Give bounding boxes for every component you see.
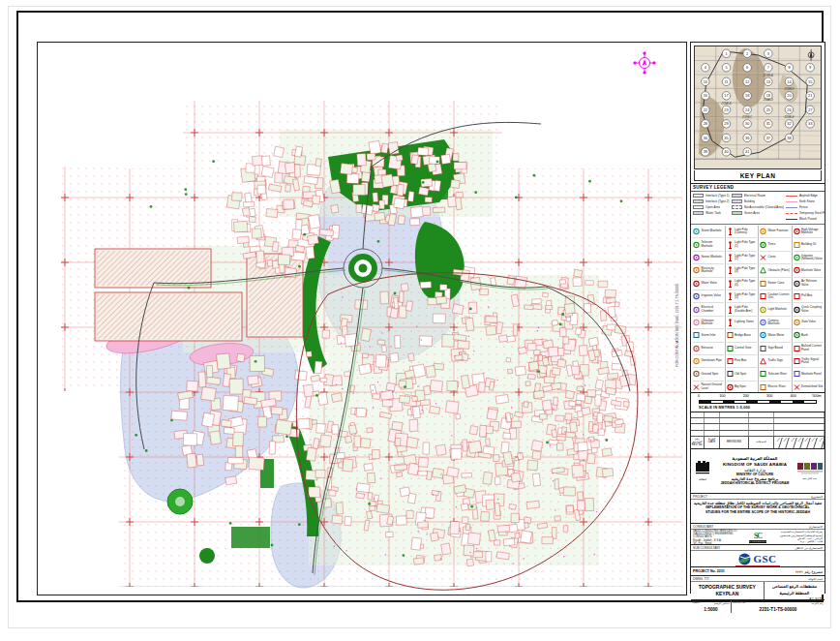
legend-symbol-item: Light Pole Type (1): [727, 238, 758, 251]
legend-symbol-label: Old Spot: [735, 373, 746, 376]
legend-symbol-icon: [693, 345, 700, 352]
scale-hdr-ar: مقياس الرسم: [714, 601, 730, 605]
revisions-label: REVISIONS: [727, 440, 741, 443]
legend-symbol-item: Light Pole Type (2): [727, 252, 758, 264]
legend-symbol-item: Ventilation Pipe: [693, 355, 724, 368]
legend-symbol-label: Cross: [768, 256, 776, 259]
legend-item: Block Paved: [786, 216, 825, 222]
legend-symbol-icon: [727, 228, 734, 235]
scalebar-segment: [746, 401, 758, 403]
svg-text:29: 29: [724, 121, 728, 126]
scalebar-segment: [804, 401, 816, 403]
scalebar-segment: [793, 401, 804, 403]
legend-symbol-item: Water Valve: [693, 278, 724, 290]
keyplan-title: KEY PLAN: [694, 170, 822, 181]
consultant-hdr-en: CONSULTANT: [693, 525, 713, 529]
legend-symbol-item: Post Box: [727, 355, 758, 368]
keyplan-section: 1234567891011121314151617181920212223242…: [691, 43, 825, 184]
scalebar-tick-label: 400: [790, 394, 795, 398]
legend-symbol-icon: [727, 241, 734, 249]
legend-symbol-icon: [760, 345, 766, 352]
legend-symbol-item: Storm Inlet: [693, 329, 724, 342]
keyplan-zone-label: ZONE-E: [783, 115, 794, 119]
legend-symbol-label: Traffic Sign: [768, 359, 783, 362]
legend-symbol-label: High Voltage Manhole: [801, 229, 824, 235]
legend-symbol-icon: [693, 319, 700, 326]
legend-symbol-icon: [727, 383, 734, 391]
legend-symbol-item: Trees: [760, 238, 791, 251]
scalebar-segment: [781, 401, 793, 403]
legend-symbol-item: Natural Ground Level: [693, 382, 724, 393]
saudconsult-logo-text: SC: [754, 532, 762, 540]
keyplan-zone-label: ZONE-F: [784, 87, 795, 91]
scalebar-tick-label: 300: [766, 394, 772, 398]
legend-symbol-icon: [760, 266, 766, 274]
scalebar-segment: [723, 401, 735, 403]
country-en: KINGDOM OF SAUDI ARABIA: [714, 462, 795, 468]
legend-symbol-icon: [794, 254, 800, 261]
legend-symbol-item: Traffic Sign: [760, 355, 791, 368]
legend-swatch: [732, 211, 742, 215]
legend-symbol-icon: [794, 319, 800, 326]
svg-text:9: 9: [809, 65, 811, 70]
legend-symbol-icon: [693, 254, 700, 261]
legend-symbol-column: Water FountainTreesCrossObstacle (Plant)…: [758, 226, 791, 393]
legend-symbol-icon: [727, 254, 734, 261]
legend-symbol-label: Light Pole Type (1): [735, 241, 757, 248]
gsc-globe-icon: [738, 553, 751, 565]
legend-symbol-icon: [760, 280, 766, 288]
legend-symbol-item: Manhole Panel: [794, 368, 825, 381]
keyplan-map: 1234567891011121314151617181920212223242…: [694, 46, 822, 169]
continuation-note: FOR CONTINUATION SEE DWG. 2231-T1-TS-000…: [675, 284, 679, 367]
legend-symbol-label: Irrigation (Network) Valve: [801, 255, 824, 261]
legend-item-label: Interlock (Type 2): [705, 199, 730, 203]
consultant-section: CONSULTANTالاستشاري SAUDI CONSULTING SER…: [691, 524, 825, 545]
legend-symbol-label: Light Pole (Camera): [735, 229, 757, 235]
project-no-en: PROJECT No. 2231: [693, 569, 725, 573]
legend-symbol-item: Water Meter: [760, 329, 791, 342]
rev-no-label-en: REV. No.: [692, 443, 703, 446]
svg-text:2: 2: [746, 51, 748, 56]
scalebar-tick-label: 200: [743, 394, 749, 398]
legend-symbol-icon: [693, 383, 700, 391]
legend-symbol-label: Ground Spot: [702, 373, 719, 376]
legend-symbol-item: Bush: [794, 329, 825, 342]
legend-symbol-item: Manhole Valve: [794, 264, 825, 277]
legend-symbol-item: Electrical Chamber: [693, 303, 724, 316]
legend-swatch: [693, 211, 704, 215]
legend-item-label: Temporary Steel Fence: [799, 211, 825, 215]
legend-symbol-label: Caution Current Unit: [768, 293, 791, 300]
legend-symbol-item: Pull Box: [794, 290, 825, 303]
legend-symbol-label: Light Pole Type (2): [735, 255, 757, 261]
legend-item-label: Water Tank: [705, 211, 721, 215]
scalebar-tick-label: 100: [719, 394, 725, 398]
legend-symbol-label: Demolished Site: [801, 385, 824, 388]
legend-symbol-label: Telecom Riser: [768, 373, 788, 376]
scalebar-segment: [711, 401, 723, 403]
subconsultant-hdr-en: SUB CONSULTANT: [693, 546, 721, 550]
legend-symbol-icon: [794, 370, 800, 378]
legend-symbol-label: Light Pole (Double Arm): [735, 306, 757, 313]
legend-symbol-label: Electrical Chamber: [702, 306, 724, 313]
legend-swatch: [732, 194, 742, 198]
legend-symbol-label: Water Valve: [702, 282, 718, 285]
legend-symbol-icon: [794, 228, 800, 235]
legend-symbol-label: Sign Board: [768, 347, 783, 350]
legend-symbol-icon: [727, 370, 734, 378]
legend-symbol-label: Bush: [801, 334, 808, 337]
map-frame: FOR CONTINUATION SEE DWG. 2231-T1-TS-000…: [37, 42, 687, 595]
description-label-ar: التعديلات: [756, 440, 765, 443]
legend-symbol-label: Electricity Manhole: [702, 267, 724, 274]
svg-text:37: 37: [766, 136, 770, 140]
legend-symbol-icon: [760, 357, 766, 365]
legend-symbol-icon: [794, 280, 800, 288]
legend-symbol-icon: [693, 331, 700, 339]
legend-symbol-item: Ballard Current Panel: [794, 343, 825, 355]
drawing-sheet-page: FOR CONTINUATION SEE DWG. 2231-T1-TS-000…: [0, 0, 840, 641]
legend-item-label: Electrical Room: [744, 194, 765, 198]
legend-symbol-item: Electricity Manhole: [693, 264, 724, 277]
legend-symbol-column: Light Pole (Camera)Light Pole Type (1)Li…: [725, 226, 758, 393]
svg-text:12: 12: [745, 79, 749, 84]
legend-item-label: Open Area: [705, 205, 720, 209]
legend-symbol-item: Sewer Manhole: [693, 252, 724, 264]
